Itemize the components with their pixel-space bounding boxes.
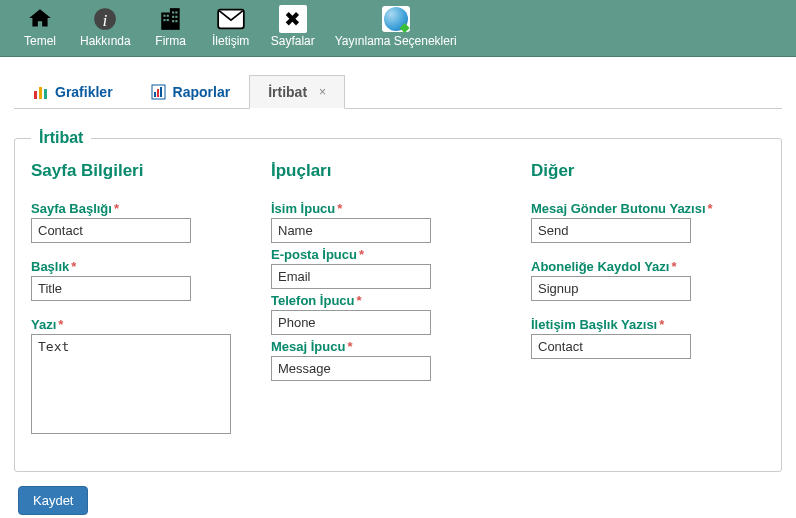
tab-label: İrtibat xyxy=(268,84,307,100)
nav-label: Sayfalar xyxy=(271,34,315,48)
irtibat-fieldset: İrtibat Sayfa Bilgileri Sayfa Başlığı* B… xyxy=(14,129,782,472)
svg-rect-16 xyxy=(39,87,42,99)
nav-label: Temel xyxy=(24,34,56,48)
input-isim-ipucu[interactable] xyxy=(271,218,431,243)
svg-rect-20 xyxy=(157,89,159,97)
input-iletisim-baslik[interactable] xyxy=(531,334,691,359)
tab-irtibat[interactable]: İrtibat × xyxy=(249,75,345,109)
label-baslik: Başlık* xyxy=(31,259,231,274)
top-nav: Temel i Hakkında Firma İletişim ✖ Sayfal… xyxy=(0,0,796,57)
input-eposta-ipucu[interactable] xyxy=(271,264,431,289)
section-title: Diğer xyxy=(531,161,751,181)
label-gonder-buton: Mesaj Gönder Butonu Yazısı* xyxy=(531,201,751,216)
label-isim-ipucu: İsim İpucu* xyxy=(271,201,491,216)
nav-label: Hakkında xyxy=(80,34,131,48)
nav-iletisim[interactable]: İletişim xyxy=(201,2,261,50)
fieldset-legend: İrtibat xyxy=(31,129,91,147)
label-mesaj-ipucu: Mesaj İpucu* xyxy=(271,339,491,354)
tab-label: Grafikler xyxy=(55,84,113,100)
col-diger: Diğer Mesaj Gönder Butonu Yazısı* Abonel… xyxy=(531,161,751,453)
nav-sayfalar[interactable]: ✖ Sayfalar xyxy=(261,2,325,50)
input-baslik[interactable] xyxy=(31,276,191,301)
svg-rect-9 xyxy=(175,11,177,13)
label-sayfa-basligi: Sayfa Başlığı* xyxy=(31,201,231,216)
nav-label: Yayınlama Seçenekleri xyxy=(335,34,457,48)
input-telefon-ipucu[interactable] xyxy=(271,310,431,335)
svg-rect-15 xyxy=(34,91,37,99)
nav-firma[interactable]: Firma xyxy=(141,2,201,50)
section-title: Sayfa Bilgileri xyxy=(31,161,231,181)
buildings-icon xyxy=(157,4,185,34)
label-yazi: Yazı* xyxy=(31,317,231,332)
input-mesaj-ipucu[interactable] xyxy=(271,356,431,381)
col-ipuclari: İpuçları İsim İpucu* E-posta İpucu* Tele… xyxy=(271,161,491,453)
report-icon xyxy=(151,84,167,100)
globe-icon xyxy=(382,4,410,34)
input-sayfa-basligi[interactable] xyxy=(31,218,191,243)
tab-strip: Grafikler Raporlar İrtibat × xyxy=(14,75,782,109)
tools-icon: ✖ xyxy=(279,4,307,34)
svg-rect-13 xyxy=(175,20,177,22)
svg-rect-17 xyxy=(44,89,47,99)
info-icon: i xyxy=(92,4,118,34)
svg-rect-5 xyxy=(166,15,168,17)
tab-label: Raporlar xyxy=(173,84,231,100)
svg-rect-11 xyxy=(175,16,177,18)
label-telefon-ipucu: Telefon İpucu* xyxy=(271,293,491,308)
svg-rect-12 xyxy=(172,20,174,22)
nav-yayin[interactable]: Yayınlama Seçenekleri xyxy=(325,2,467,50)
svg-rect-6 xyxy=(163,19,165,21)
svg-rect-10 xyxy=(172,16,174,18)
tab-raporlar[interactable]: Raporlar xyxy=(132,75,250,108)
svg-rect-3 xyxy=(170,8,180,30)
svg-rect-8 xyxy=(172,11,174,13)
input-yazi[interactable]: Text xyxy=(31,334,231,434)
svg-rect-4 xyxy=(163,15,165,17)
tab-grafikler[interactable]: Grafikler xyxy=(14,75,132,108)
label-eposta-ipucu: E-posta İpucu* xyxy=(271,247,491,262)
svg-rect-19 xyxy=(154,92,156,97)
nav-label: Firma xyxy=(155,34,186,48)
tab-close-icon[interactable]: × xyxy=(319,85,326,99)
input-abone-kaydol[interactable] xyxy=(531,276,691,301)
label-iletisim-baslik: İletişim Başlık Yazısı* xyxy=(531,317,751,332)
nav-hakkinda[interactable]: i Hakkında xyxy=(70,2,141,50)
mail-icon xyxy=(217,4,245,34)
chart-bars-icon xyxy=(33,84,49,100)
svg-rect-7 xyxy=(166,19,168,21)
content-area: Grafikler Raporlar İrtibat × İrtibat Say… xyxy=(0,57,796,518)
section-title: İpuçları xyxy=(271,161,491,181)
label-abone-kaydol: Aboneliğe Kaydol Yazı* xyxy=(531,259,751,274)
home-icon xyxy=(26,4,54,34)
input-gonder-buton[interactable] xyxy=(531,218,691,243)
nav-temel[interactable]: Temel xyxy=(10,2,70,50)
svg-text:i: i xyxy=(103,11,108,30)
save-button[interactable]: Kaydet xyxy=(18,486,88,515)
col-sayfa-bilgileri: Sayfa Bilgileri Sayfa Başlığı* Başlık* Y… xyxy=(31,161,231,453)
svg-rect-21 xyxy=(160,87,162,97)
nav-label: İletişim xyxy=(212,34,249,48)
